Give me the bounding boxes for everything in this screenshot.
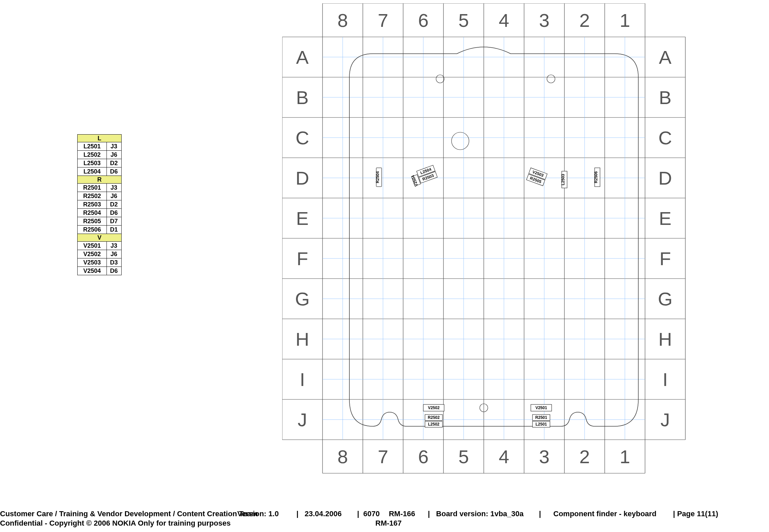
component-cluster-D3: V2503 R2505 <box>526 168 547 186</box>
svg-text:R2501: R2501 <box>535 415 547 420</box>
row-label: J <box>660 409 670 430</box>
table-row: V2503D3 <box>78 258 121 267</box>
footer-team: Customer Care / Training & Vendor Develo… <box>0 509 235 519</box>
col-label: 2 <box>579 10 590 31</box>
table-row: V2502J6 <box>78 250 121 258</box>
col-label: 1 <box>620 10 630 31</box>
col-label: 3 <box>539 10 549 31</box>
table-row: R2503D2 <box>78 200 121 209</box>
svg-text:R2506: R2506 <box>594 171 598 183</box>
footer-board: Board version: 1vba_30a <box>436 509 537 519</box>
svg-text:L2502: L2502 <box>428 422 439 427</box>
svg-text:V2502: V2502 <box>428 405 440 410</box>
col-label: 4 <box>499 446 509 467</box>
col-label: 1 <box>620 446 630 467</box>
component-R2504: R2504 <box>375 168 382 187</box>
table-row: V2501J3 <box>78 242 121 250</box>
row-label: I <box>300 369 305 390</box>
row-label: E <box>659 208 671 229</box>
row-label: G <box>658 288 673 309</box>
svg-text:R2504: R2504 <box>375 171 380 183</box>
table-header-R: R <box>78 176 121 184</box>
footer-version: Version: 1.0 <box>237 509 294 519</box>
page-root: L L2501J3 L2502J6 L2503D2 L2504D6 R R250… <box>0 0 769 532</box>
row-label: F <box>659 248 671 269</box>
footer-confidential: Confidential - Copyright © 2006 NOKIA On… <box>0 519 235 528</box>
svg-text:L2503: L2503 <box>561 174 565 185</box>
col-label: 7 <box>378 446 388 467</box>
board-grid: 8 7 6 5 4 3 2 1 8 7 6 5 4 3 2 1 A B C D … <box>282 3 766 508</box>
hole-icon <box>436 75 444 83</box>
component-cluster-D6: L2504 R2503 V2504 <box>410 165 438 187</box>
component-cluster-J6: V2502 R2502 L2502 <box>423 404 444 427</box>
footer-rm2: RM-167 <box>375 519 401 528</box>
col-label: 6 <box>418 446 428 467</box>
col-label: 4 <box>499 10 509 31</box>
row-label: D <box>296 167 309 189</box>
col-label: 6 <box>418 10 428 31</box>
component-R2506: R2506 <box>594 168 600 187</box>
row-label: F <box>297 248 308 269</box>
board-outline-icon <box>349 47 638 426</box>
col-label: 3 <box>539 446 549 467</box>
svg-text:L2501: L2501 <box>536 422 547 427</box>
footer-product: 6070 <box>363 509 387 519</box>
row-label: B <box>659 87 671 108</box>
row-label: A <box>659 47 672 68</box>
table-row: L2503D2 <box>78 159 121 167</box>
row-label: E <box>296 208 308 229</box>
col-label: 8 <box>337 10 348 31</box>
table-row: V2504D6 <box>78 267 121 275</box>
component-tables: L L2501J3 L2502J6 L2503D2 L2504D6 R R250… <box>77 134 122 275</box>
col-label: 5 <box>458 446 469 467</box>
table-row: R2506D1 <box>78 226 121 234</box>
footer-page: Page 11(11) <box>677 509 718 519</box>
footer-date: 23.04.2006 <box>305 509 355 519</box>
row-label: G <box>295 288 310 309</box>
row-label: A <box>296 47 309 68</box>
row-label: C <box>296 127 309 148</box>
col-label: 8 <box>337 446 348 467</box>
table-header-V: V <box>78 234 121 242</box>
svg-text:V2501: V2501 <box>536 405 547 410</box>
row-label: D <box>658 167 672 189</box>
table-row: L2502J6 <box>78 151 121 159</box>
hole-icon <box>452 132 469 150</box>
footer-title: Component finder - keyboard <box>553 509 671 519</box>
col-label: 5 <box>458 10 469 31</box>
table-row: R2504D6 <box>78 209 121 217</box>
row-label: J <box>298 409 307 430</box>
hole-icon <box>547 75 555 83</box>
row-label: I <box>663 369 668 390</box>
row-label: H <box>658 329 672 350</box>
row-label: H <box>296 329 309 350</box>
page-footer: Customer Care / Training & Vendor Develo… <box>0 509 769 528</box>
svg-text:R2502: R2502 <box>428 415 440 420</box>
component-cluster-J3: V2501 R2501 L2501 <box>531 404 552 427</box>
table-row: R2502J6 <box>78 192 121 200</box>
row-label: B <box>296 87 308 108</box>
row-label: C <box>658 127 672 148</box>
component-L2503: L2503 <box>561 171 567 188</box>
col-label: 2 <box>579 446 590 467</box>
table-row: R2501J3 <box>78 184 121 192</box>
table-row: L2501J3 <box>78 142 121 151</box>
col-label: 7 <box>378 10 388 31</box>
footer-rm1: RM-166 <box>389 509 426 519</box>
table-row: R2505D7 <box>78 217 121 226</box>
table-row: L2504D6 <box>78 167 121 176</box>
table-header-L: L <box>78 135 121 142</box>
